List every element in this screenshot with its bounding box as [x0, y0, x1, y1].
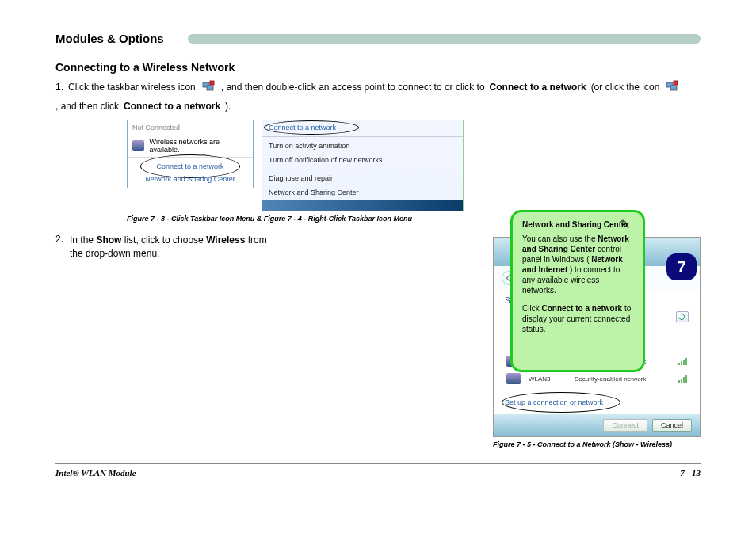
- signal-icon: [678, 375, 687, 383]
- network-name: WLAN3: [529, 375, 567, 383]
- pen-icon: ✎: [620, 217, 630, 232]
- taskbar-tray: [262, 200, 463, 211]
- footer-right: 7 - 13: [680, 468, 701, 478]
- fig3-connect-link: Connect to a network: [128, 157, 253, 175]
- signal-icon: [678, 357, 687, 365]
- note-p2: Click Connect to a network to display yo…: [522, 303, 633, 334]
- fig3-line: Wireless networks are available.: [128, 135, 253, 157]
- monitor-icon: [132, 140, 144, 151]
- setup-connection-link: Set up a connection or network: [505, 395, 689, 409]
- fig3-available-text: Wireless networks are available.: [149, 138, 248, 154]
- step-1-text-end: ).: [225, 99, 231, 113]
- fig4-op1: Turn on activity animation: [262, 139, 463, 153]
- step-1-number: 1.: [55, 80, 63, 94]
- network-tray-icon: [202, 80, 215, 93]
- network-row: WLAN3 Security-enabled network: [505, 370, 689, 387]
- note-p1: You can also use the Network and Sharing…: [522, 234, 633, 295]
- sidebar-note: ✎ Network and Sharing Center You can als…: [510, 210, 645, 372]
- step-1-link-text-2: Connect to a network: [124, 99, 220, 113]
- footer-left: Intel® WLAN Module: [55, 468, 136, 478]
- section-header-title: Modules & Options: [55, 32, 164, 45]
- fig4-op4: Network and Sharing Center: [262, 185, 463, 200]
- fig4-op3: Diagnose and repair: [262, 171, 463, 185]
- figure-3-popup: Not Connected Wireless networks are avai…: [127, 120, 254, 188]
- step-1-text-e: , and then click: [55, 99, 119, 113]
- step-1-line: 1. Click the taskbar wireless icon , and…: [55, 80, 701, 113]
- svg-rect-5: [674, 81, 678, 85]
- step-2-number: 2.: [55, 234, 63, 245]
- cancel-button: Cancel: [652, 419, 692, 432]
- svg-rect-1: [207, 86, 213, 90]
- monitor-icon: [506, 373, 521, 384]
- chapter-tab: 7: [666, 253, 697, 280]
- step-1-link-text: Connect to a network: [490, 80, 586, 94]
- note-heading: Network and Sharing Center: [522, 220, 633, 229]
- refresh-icon: [676, 311, 689, 322]
- svg-rect-4: [670, 86, 677, 90]
- subsection-title: Connecting to a Wireless Network: [55, 61, 701, 74]
- fig3-sharing-center: Network and Sharing Center: [128, 175, 253, 188]
- fig3-not-connected: Not Connected: [128, 120, 253, 135]
- section-header: Modules & Options: [55, 32, 701, 45]
- step-1-text-a: Click the taskbar wireless icon: [68, 80, 196, 94]
- network-desc: Security-enabled network: [575, 375, 670, 383]
- dialog-button-row: Connect Cancel: [494, 414, 700, 436]
- section-header-bar: [188, 34, 701, 44]
- connect-button: Connect: [603, 419, 647, 432]
- network-tray-icon-2: [666, 80, 678, 93]
- figure-5-caption: Figure 7 - 5 - Connect to a Network (Sho…: [493, 440, 701, 448]
- fig4-op2: Turn off notification of new networks: [262, 153, 463, 167]
- figure-4-context-menu: Connect to a network Turn on activity an…: [262, 120, 464, 211]
- step-2-text: In the Show list, click to choose Wirele…: [70, 234, 276, 261]
- fig4-connect-link: Connect to a network: [262, 120, 463, 135]
- svg-rect-2: [210, 81, 214, 85]
- step-1-text-b: , and then double-click an access point …: [221, 80, 485, 94]
- step-1-text-d: (or click the icon: [591, 80, 660, 94]
- figure-row-34: Not Connected Wireless networks are avai…: [127, 120, 701, 211]
- page-footer: Intel® WLAN Module 7 - 13: [55, 464, 701, 478]
